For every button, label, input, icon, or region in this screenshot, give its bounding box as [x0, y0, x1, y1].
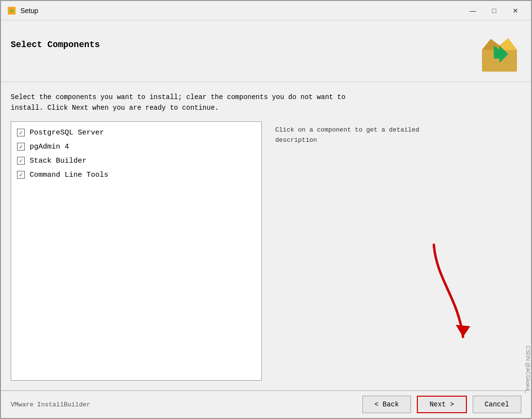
window-title: Setup	[20, 7, 463, 15]
app-icon	[7, 6, 17, 16]
component-item-stackbuilder[interactable]: Stack Builder	[15, 154, 257, 168]
close-button[interactable]: ✕	[506, 4, 525, 17]
component-item-commandlinetools[interactable]: Command Line Tools	[15, 168, 257, 182]
component-item-postgresql[interactable]: PostgreSQL Server	[15, 126, 257, 140]
cancel-button[interactable]: Cancel	[473, 396, 521, 413]
content-area: Select the components you want to instal…	[1, 82, 531, 390]
checkbox-commandlinetools[interactable]	[17, 171, 25, 179]
component-label-pgadmin: pgAdmin 4	[30, 143, 69, 151]
checkbox-postgresql[interactable]	[17, 129, 25, 136]
instruction-text: Select the components you want to instal…	[11, 92, 521, 114]
restore-button[interactable]: □	[484, 4, 504, 17]
watermark: CSDN @ACGkaka_	[525, 346, 531, 394]
description-text: Click on a component to get a detailedde…	[275, 126, 419, 144]
minimize-button[interactable]: —	[463, 4, 482, 17]
component-label-stackbuilder: Stack Builder	[30, 157, 86, 165]
footer: VMware InstallBuilder < Back Next > Canc…	[1, 390, 531, 418]
description-panel: Click on a component to get a detailedde…	[272, 121, 522, 381]
back-button[interactable]: < Back	[362, 396, 411, 413]
next-button[interactable]: Next >	[417, 396, 466, 413]
title-bar: Setup — □ ✕	[1, 1, 531, 20]
setup-window: Setup — □ ✕ Select Components	[0, 0, 532, 419]
page-title: Select Components	[11, 35, 478, 50]
main-panels: PostgreSQL Server pgAdmin 4 Stack Builde…	[11, 121, 521, 381]
window-controls: — □ ✕	[463, 4, 525, 17]
header-icon	[478, 30, 521, 74]
component-item-pgadmin[interactable]: pgAdmin 4	[15, 140, 257, 154]
component-label-commandlinetools: Command Line Tools	[30, 171, 108, 179]
component-list-panel: PostgreSQL Server pgAdmin 4 Stack Builde…	[11, 121, 262, 381]
svg-marker-8	[456, 325, 470, 337]
checkbox-pgadmin[interactable]	[17, 143, 25, 151]
footer-buttons: < Back Next > Cancel	[362, 396, 521, 413]
component-label-postgresql: PostgreSQL Server	[30, 129, 104, 137]
header-section: Select Components	[1, 20, 531, 82]
brand-label: VMware InstallBuilder	[11, 401, 362, 408]
checkbox-stackbuilder[interactable]	[17, 157, 25, 165]
annotation-arrow	[410, 240, 473, 352]
svg-marker-6	[499, 38, 517, 50]
